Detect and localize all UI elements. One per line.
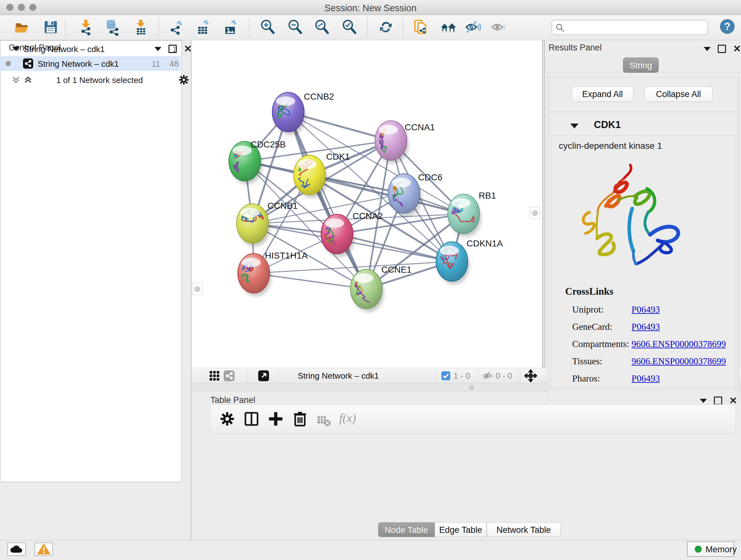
- crosslink-row: Uniprot:P06493: [572, 301, 732, 318]
- crosslink-link[interactable]: 9606.ENSP00000378699: [631, 356, 726, 367]
- table-panel-float-icon[interactable]: [714, 396, 722, 405]
- results-panel-divider[interactable]: [542, 40, 543, 383]
- network-node-cdc25b[interactable]: CDC25B: [229, 139, 286, 184]
- node-label: CDC6: [418, 172, 442, 182]
- zoom-fit-icon[interactable]: [313, 18, 331, 36]
- copy-network-icon[interactable]: [412, 18, 429, 36]
- crosslink-link[interactable]: P06493: [631, 304, 660, 315]
- crosslink-link[interactable]: P06493: [631, 373, 660, 384]
- network-node-hist1h1a[interactable]: HIST1H1A: [238, 251, 308, 296]
- tab-node-table[interactable]: Node Table: [378, 522, 434, 537]
- network-tree: String Network – cdk1 1 String Network –…: [0, 40, 182, 482]
- tree-expander-icon[interactable]: [12, 47, 20, 51]
- edge-count: 48: [161, 59, 179, 69]
- tab-edge-table[interactable]: Edge Table: [434, 522, 487, 537]
- hide-selected-icon[interactable]: [464, 18, 482, 36]
- open-session-icon[interactable]: [13, 18, 30, 36]
- network-edges: [245, 112, 464, 289]
- network-tree-child-row[interactable]: String Network – cdk1 11 48: [0, 56, 181, 71]
- network-tree-root-row[interactable]: String Network – cdk1 1: [0, 42, 181, 56]
- network-node-ccna1[interactable]: CCNA1: [375, 121, 435, 164]
- expand-collapse-box: Expand All Collapse All: [549, 77, 738, 112]
- network-node-rb1[interactable]: RB1: [448, 191, 496, 237]
- results-panel-menu-icon[interactable]: [704, 47, 711, 51]
- export-network-icon[interactable]: [167, 18, 185, 36]
- crosslink-label: Compartments:: [572, 339, 629, 349]
- control-panel-close-icon[interactable]: ✕: [184, 46, 192, 52]
- network-collection-label: String Network – cdk1: [23, 44, 105, 54]
- results-panel-float-icon[interactable]: [718, 45, 726, 53]
- show-hidden-icon[interactable]: [490, 18, 508, 36]
- crosslink-link[interactable]: 9606.ENSP00000378699: [631, 339, 726, 349]
- export-table-icon[interactable]: [194, 18, 212, 36]
- node-label: CCNB1: [267, 201, 298, 211]
- network-node-cdk1[interactable]: CDK1: [293, 152, 350, 198]
- memory-label: Memory: [705, 545, 737, 555]
- function-builder-icon[interactable]: f(x): [339, 411, 356, 425]
- delete-table-icon[interactable]: [316, 412, 332, 429]
- warning-button[interactable]: [35, 543, 53, 556]
- toolbar-separator: [367, 17, 367, 37]
- right-divider-handle[interactable]: [530, 207, 540, 219]
- home-icon[interactable]: [440, 18, 457, 36]
- divider-knob[interactable]: [469, 385, 474, 390]
- table-panel-close-icon[interactable]: ✕: [729, 397, 737, 404]
- table-panel-menu-icon[interactable]: [700, 399, 707, 403]
- crosslink-label: Pharos:: [572, 373, 600, 384]
- cdk1-collapse-icon[interactable]: [570, 124, 579, 128]
- import-network-from-file-icon[interactable]: [77, 18, 94, 36]
- import-table-from-file-icon[interactable]: [132, 18, 149, 36]
- node-count: 11: [143, 59, 160, 69]
- zoom-selected-icon[interactable]: [341, 18, 358, 36]
- network-options-gear-icon[interactable]: [178, 74, 190, 85]
- node-label: CDK1: [326, 152, 350, 162]
- zoom-out-icon[interactable]: [286, 18, 304, 36]
- network-node-ccna2[interactable]: CCNA2: [321, 211, 383, 257]
- cloud-button[interactable]: [7, 543, 26, 556]
- left-divider-handle[interactable]: [192, 283, 202, 295]
- detach-view-icon[interactable]: [258, 370, 269, 381]
- node-label: CDC25B: [251, 139, 286, 149]
- node-label: CCNE1: [381, 265, 412, 274]
- control-panel: Control Panel ✕ Network Style Select Set…: [0, 40, 192, 540]
- refresh-view-icon[interactable]: [377, 18, 394, 36]
- table-panel: Table Panel ✕: [192, 391, 741, 540]
- add-column-icon[interactable]: [267, 410, 284, 428]
- network-node-ccne1[interactable]: CCNE1: [350, 265, 412, 312]
- node-label: CCNA1: [405, 122, 435, 132]
- network-graph[interactable]: CCNB2CCNA1CDC25BCDK1CDC6RB1CCNB1CCNA2CDK…: [192, 40, 542, 368]
- crosslink-link[interactable]: P06493: [631, 321, 660, 332]
- network-canvas[interactable]: CCNB2CCNA1CDC25BCDK1CDC6RB1CCNB1CCNA2CDK…: [192, 40, 542, 368]
- save-session-icon[interactable]: [42, 18, 59, 36]
- memory-button[interactable]: Memory: [687, 542, 734, 557]
- warning-icon: [35, 543, 52, 555]
- expand-all-button[interactable]: Expand All: [571, 86, 633, 102]
- selected-checkbox-icon[interactable]: [441, 371, 450, 380]
- export-image-icon[interactable]: [222, 18, 239, 36]
- network-node-cdc6[interactable]: CDC6: [388, 172, 442, 216]
- network-node-ccnb1[interactable]: CCNB1: [237, 201, 298, 246]
- show-columns-icon[interactable]: [243, 410, 260, 428]
- grid-view-icon[interactable]: [209, 370, 220, 381]
- expand-all-icon[interactable]: [23, 75, 32, 84]
- delete-column-icon[interactable]: [291, 410, 309, 428]
- tab-string[interactable]: String: [623, 57, 659, 73]
- results-panel-close-icon[interactable]: ✕: [733, 46, 741, 52]
- import-network-from-database-icon[interactable]: [104, 18, 121, 36]
- help-icon[interactable]: ?: [720, 19, 735, 34]
- toolbar-separator: [158, 17, 159, 37]
- network-node-cdkn1a[interactable]: CDKN1A: [436, 239, 503, 285]
- search-input[interactable]: [567, 21, 703, 33]
- collapse-all-button[interactable]: Collapse All: [644, 86, 713, 102]
- network-edge[interactable]: [288, 112, 366, 289]
- zoom-in-icon[interactable]: [259, 18, 276, 36]
- collapse-all-icon[interactable]: [11, 75, 20, 84]
- tab-network-table[interactable]: Network Table: [487, 522, 561, 537]
- network-node-ccnb2[interactable]: CCNB2: [272, 91, 334, 135]
- network-view-title: String Network – cdk1: [298, 371, 379, 381]
- birds-eye-view-icon[interactable]: [524, 369, 537, 382]
- search-box[interactable]: [551, 20, 708, 35]
- string-view-icon[interactable]: [224, 370, 234, 381]
- table-options-gear-icon[interactable]: [219, 410, 236, 428]
- results-panel-title: Results Panel: [549, 43, 602, 53]
